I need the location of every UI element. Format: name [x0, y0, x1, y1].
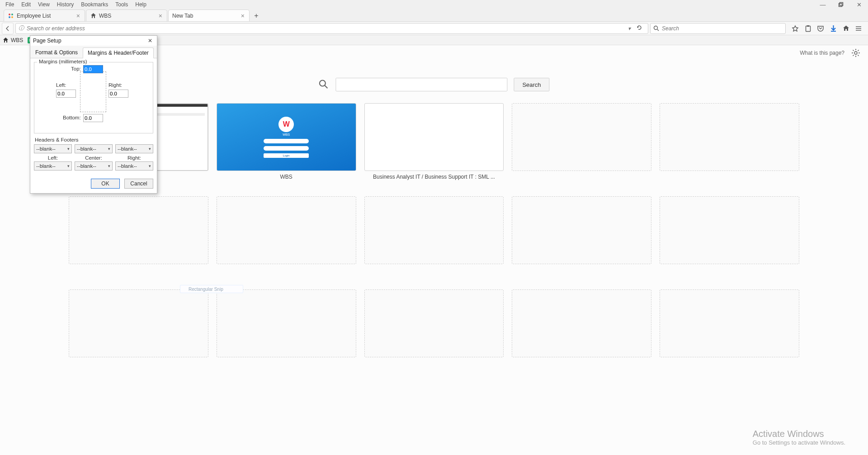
- toolbar-search-box[interactable]: [650, 23, 786, 34]
- topsite-empty-tile[interactable]: [512, 196, 651, 264]
- hamburger-menu-icon[interactable]: [854, 24, 863, 33]
- header-left-select[interactable]: --blank--▾: [34, 144, 72, 153]
- svg-point-3: [11, 14, 13, 15]
- tab-close-icon[interactable]: ×: [75, 12, 81, 19]
- page-setup-dialog: Page Setup ✕ Format & Options Margins & …: [30, 35, 157, 194]
- topsite-empty-tile[interactable]: [660, 103, 799, 171]
- tile-title: Business Analyst IT / Business Support I…: [365, 174, 504, 180]
- chevron-down-icon: ▾: [108, 164, 110, 168]
- toolbar-search-input[interactable]: [662, 25, 783, 32]
- window-close-icon[interactable]: ✕: [850, 0, 868, 9]
- window-minimize-icon[interactable]: —: [814, 0, 832, 9]
- nav-back-button[interactable]: [2, 23, 14, 34]
- dialog-button-row: OK Cancel: [30, 176, 157, 193]
- bookmark-star-icon[interactable]: [791, 24, 799, 33]
- window-restore-icon[interactable]: [832, 0, 850, 9]
- topsite-empty-tile[interactable]: [364, 196, 504, 264]
- ok-button[interactable]: OK: [91, 179, 120, 189]
- browser-toolbar: ⓘ ▾: [0, 22, 868, 35]
- topsite-tile-wbs[interactable]: W WBS Login WBS: [217, 103, 356, 171]
- topsite-empty-tile[interactable]: [69, 289, 208, 357]
- menu-view[interactable]: View: [34, 0, 53, 9]
- svg-point-6: [654, 26, 658, 30]
- app-menu-bar: File Edit View History Bookmarks Tools H…: [0, 0, 868, 9]
- chevron-down-icon: ▾: [67, 164, 70, 168]
- margin-left-label: Left:: [56, 82, 66, 88]
- header-center-select[interactable]: --blank--▾: [75, 144, 113, 153]
- header-right-select[interactable]: --blank--▾: [115, 144, 153, 153]
- menu-history[interactable]: History: [53, 0, 77, 9]
- topsite-empty-tile[interactable]: [660, 196, 799, 264]
- svg-line-7: [657, 29, 659, 31]
- downloads-icon[interactable]: [829, 24, 837, 33]
- svg-line-22: [858, 50, 859, 51]
- url-bar[interactable]: ⓘ ▾: [15, 23, 648, 34]
- wbs-logo-icon: W: [278, 117, 294, 132]
- margins-legend: Margins (millimeters): [37, 59, 89, 64]
- margin-right-input[interactable]: [108, 90, 128, 98]
- topsite-empty-tile[interactable]: [512, 103, 651, 171]
- dialog-tab-margins-headerfooter[interactable]: Margins & Header/Footer: [83, 47, 154, 58]
- margin-top-input[interactable]: [83, 65, 103, 73]
- dialog-body: Margins (millimeters) Top: Left: Right: …: [30, 58, 157, 176]
- activate-line2: Go to Settings to activate Windows.: [753, 439, 845, 446]
- preview-login-btn: Login: [264, 153, 309, 158]
- svg-rect-0: [839, 4, 842, 7]
- chevron-down-icon: ▾: [149, 164, 151, 168]
- newtab-search-button[interactable]: Search: [514, 78, 549, 91]
- snipping-tool-overlay: Rectangular Snip: [180, 285, 243, 293]
- tab-title: WBS: [99, 13, 158, 19]
- topsite-empty-tile[interactable]: [660, 289, 799, 357]
- browser-tab-wbs[interactable]: WBS ×: [86, 9, 167, 21]
- tab-close-icon[interactable]: ×: [158, 12, 163, 19]
- identity-info-icon[interactable]: ⓘ: [19, 24, 24, 32]
- footer-center-select[interactable]: --blank--▾: [75, 161, 113, 171]
- cancel-button[interactable]: Cancel: [124, 179, 153, 189]
- pocket-icon[interactable]: [816, 24, 825, 33]
- dialog-close-icon[interactable]: ✕: [146, 37, 154, 45]
- margin-bottom-input[interactable]: [83, 114, 103, 122]
- newtab-settings-gear-icon[interactable]: [851, 48, 861, 58]
- menu-tools[interactable]: Tools: [112, 0, 132, 9]
- menu-edit[interactable]: Edit: [18, 0, 34, 9]
- clipboard-icon[interactable]: [804, 24, 812, 33]
- favicon-joomla-icon: [8, 13, 14, 19]
- browser-tab-employee-list[interactable]: Employee List ×: [4, 9, 85, 21]
- svg-rect-9: [807, 25, 809, 27]
- margin-bottom-label: Bottom:: [63, 115, 81, 120]
- topsite-empty-tile[interactable]: [69, 196, 208, 264]
- margin-top-label: Top:: [71, 66, 81, 71]
- what-is-this-page-link[interactable]: What is this page?: [800, 50, 844, 56]
- topsite-empty-tile[interactable]: [217, 289, 356, 357]
- chevron-down-icon: ▾: [67, 147, 70, 151]
- dialog-tab-format-options[interactable]: Format & Options: [30, 47, 83, 58]
- url-input[interactable]: [27, 25, 625, 32]
- topsite-empty-tile[interactable]: [512, 289, 651, 357]
- dialog-tabs: Format & Options Margins & Header/Footer: [30, 46, 157, 58]
- new-tab-button[interactable]: +: [250, 10, 262, 21]
- dialog-titlebar[interactable]: Page Setup ✕: [30, 36, 157, 46]
- menu-help[interactable]: Help: [132, 0, 150, 9]
- bookmark-wbs[interactable]: WBS: [3, 37, 23, 43]
- home-icon[interactable]: [842, 24, 850, 33]
- footer-right-select[interactable]: --blank--▾: [115, 161, 153, 171]
- topsite-empty-tile[interactable]: [364, 289, 504, 357]
- newtab-search-input[interactable]: [335, 78, 507, 91]
- tile-title: WBS: [217, 174, 356, 180]
- activate-windows-watermark: Activate Windows Go to Settings to activ…: [753, 429, 845, 446]
- newtab-search-row: Search: [318, 78, 549, 91]
- hf-col-left-label: Left:: [34, 155, 72, 161]
- topsite-empty-tile[interactable]: [217, 196, 356, 264]
- browser-tab-new-tab[interactable]: New Tab ×: [168, 9, 250, 21]
- footer-left-select[interactable]: --blank--▾: [34, 161, 72, 171]
- dropdown-icon[interactable]: ▾: [628, 25, 631, 32]
- tab-close-icon[interactable]: ×: [240, 12, 245, 19]
- bookmark-label: WBS: [11, 37, 23, 43]
- topsite-tile-ba[interactable]: Business Analyst IT / Business Support I…: [364, 103, 504, 171]
- search-icon: [653, 25, 659, 31]
- tab-title: New Tab: [172, 13, 240, 19]
- margin-left-input[interactable]: [56, 90, 76, 98]
- menu-file[interactable]: File: [2, 0, 18, 9]
- reload-icon[interactable]: [633, 24, 645, 32]
- menu-bookmarks[interactable]: Bookmarks: [77, 0, 112, 9]
